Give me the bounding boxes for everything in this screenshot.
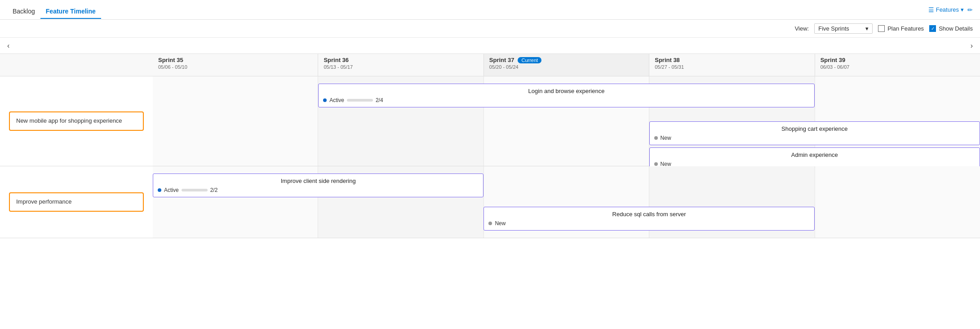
sprint-header-spacer (0, 54, 153, 76)
nav-next-button[interactable]: › (967, 42, 976, 49)
feature-timeline-nav[interactable]: Feature Timeline (40, 4, 101, 18)
row2-label-cell: Improve performance (0, 166, 153, 238)
feature-title-login: Login and browse experience (323, 88, 810, 94)
feature-title-shopping: Shopping cart experience (654, 125, 975, 132)
row1-label-box: New mobile app for shopping experience (9, 111, 144, 130)
sprint-dates-0: 05/06 - 05/10 (158, 64, 312, 70)
feature-status-shopping: New (654, 135, 975, 141)
top-nav: Backlog Feature Timeline ☰ Features ▾ ✏ (0, 0, 980, 20)
nav-right: ☰ Features ▾ ✏ (928, 6, 973, 16)
status-label-login: Active (329, 97, 344, 103)
feature-title-admin: Admin experience (654, 151, 975, 158)
sprint-header-3: Sprint 38 05/27 - 05/31 (649, 54, 815, 76)
nav-prev-button[interactable]: ‹ (4, 42, 13, 49)
status-label-client: Active (164, 187, 179, 193)
show-details-checkbox[interactable]: ✓ (929, 25, 936, 32)
row1-label-text: New mobile app for shopping experience (16, 117, 122, 124)
chevron-down-icon: ▾ (961, 6, 964, 13)
row2-label-box: Improve performance (9, 192, 144, 211)
t-col-r1-0 (153, 76, 318, 166)
status-dot-gray-admin (654, 162, 658, 166)
progress-count-login: 2/4 (376, 97, 383, 103)
features-label: Features (936, 6, 959, 13)
sprint-name-4: Sprint 39 (820, 57, 975, 63)
row1-timeline: Login and browse experience Active 2/4 S… (153, 76, 980, 166)
checkmark-icon: ✓ (931, 26, 935, 31)
plan-features-area: Plan Features (878, 25, 924, 32)
left-labels: ‹ New mobile app for shopping experience… (0, 38, 153, 238)
feature-card-client[interactable]: Improve client side rendering Active 2/2 (153, 173, 483, 197)
feature-card-sql[interactable]: Reduce sql calls from server New (483, 207, 814, 231)
sprint-header-4: Sprint 39 06/03 - 06/07 (815, 54, 980, 76)
status-label-shopping: New (661, 135, 671, 141)
feature-title-sql: Reduce sql calls from server (488, 211, 809, 218)
feature-card-login[interactable]: Login and browse experience Active 2/4 (318, 84, 815, 107)
row2-label-text: Improve performance (16, 198, 72, 205)
sprint-name-0: Sprint 35 (158, 57, 312, 63)
feature-status-login: Active 2/4 (323, 97, 810, 103)
edit-icon[interactable]: ✏ (967, 6, 973, 13)
sprint-dates-3: 05/27 - 05/31 (655, 64, 809, 70)
show-details-label: Show Details (939, 25, 973, 32)
sprint-name-2: Sprint 37 Current (489, 57, 643, 63)
status-dot-blue (323, 98, 327, 102)
plan-features-checkbox[interactable] (878, 25, 885, 32)
sprint-name-3: Sprint 38 (655, 57, 809, 63)
feature-status-client: Active 2/2 (158, 187, 479, 193)
backlog-nav[interactable]: Backlog (7, 4, 40, 18)
show-details-area: ✓ Show Details (929, 25, 973, 32)
status-dot-gray-sql (488, 222, 492, 225)
progress-bg-client (182, 189, 208, 191)
row1-label-cell: New mobile app for shopping experience (0, 76, 153, 166)
view-label: View: (795, 25, 809, 32)
t-col-r2-4 (815, 166, 980, 238)
chevron-down-icon: ▾ (865, 25, 869, 32)
status-dot-blue-client (158, 188, 161, 192)
view-select[interactable]: Five Sprints ▾ (814, 23, 873, 34)
feature-card-shopping[interactable]: Shopping cart experience New (649, 121, 980, 145)
status-dot-gray-shopping (654, 136, 658, 140)
plan-features-label: Plan Features (887, 25, 924, 32)
row2-timeline: Improve client side rendering Active 2/2… (153, 166, 980, 238)
sprint-dates-4: 06/03 - 06/07 (820, 64, 975, 70)
status-label-sql: New (495, 220, 506, 227)
features-button[interactable]: ☰ Features ▾ (928, 6, 964, 13)
sprint-header-2: Sprint 37 Current 05/20 - 05/24 (484, 54, 649, 76)
sprint-header-1: Sprint 36 05/13 - 05/17 (318, 54, 483, 76)
sprint-headers: Sprint 35 05/06 - 05/10 Sprint 36 05/13 … (153, 54, 980, 76)
feature-status-sql: New (488, 220, 809, 227)
nav-arrow-row: ‹ (0, 38, 153, 54)
page: Backlog Feature Timeline ☰ Features ▾ ✏ … (0, 0, 980, 329)
sprint-header-0: Sprint 35 05/06 - 05/10 (153, 54, 318, 76)
sprint-name-1: Sprint 36 (324, 57, 478, 63)
main-area: ‹ New mobile app for shopping experience… (0, 38, 980, 238)
view-value: Five Sprints (818, 25, 849, 32)
progress-count-client: 2/2 (210, 187, 218, 193)
sprint-dates-1: 05/13 - 05/17 (324, 64, 478, 70)
feature-title-client: Improve client side rendering (158, 178, 479, 184)
right-arrow-row: › (153, 38, 980, 54)
current-badge: Current (518, 57, 541, 63)
features-icon: ☰ (928, 6, 934, 13)
right-timeline: › Sprint 35 05/06 - 05/10 Sprint 36 05/1… (153, 38, 980, 238)
toolbar: View: Five Sprints ▾ Plan Features ✓ Sho… (0, 20, 980, 38)
sprint-dates-2: 05/20 - 05/24 (489, 64, 643, 70)
progress-bg-login (347, 99, 373, 102)
